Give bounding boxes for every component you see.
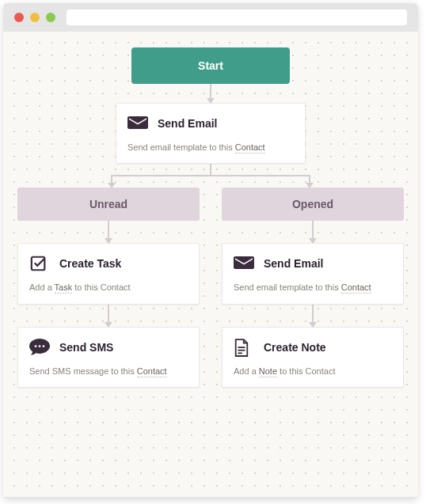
send-email-2-title: Send Email <box>264 257 323 270</box>
browser-titlebar <box>3 3 418 32</box>
address-bar[interactable] <box>67 9 407 25</box>
arrow-down-icon <box>108 305 109 327</box>
create-task-node[interactable]: Create Task Add a Task to this Contact <box>17 243 200 304</box>
create-note-node[interactable]: Create Note Add a Note to this Contact <box>222 327 404 388</box>
svg-point-3 <box>43 345 45 347</box>
send-email-2-desc: Send email template to this Contact <box>234 282 392 294</box>
create-task-desc: Add a Task to this Contact <box>29 282 188 294</box>
start-node[interactable]: Start <box>131 47 290 84</box>
create-note-desc: Add a Note to this Contact <box>234 366 392 377</box>
send-sms-desc: Send SMS message to this Contact <box>29 366 188 377</box>
arrow-down-icon <box>210 84 211 103</box>
send-email-node-2[interactable]: Send Email Send email template to this C… <box>222 243 404 304</box>
svg-point-1 <box>35 345 37 347</box>
svg-point-2 <box>39 345 41 347</box>
workflow-canvas: Start Send Email Send email template to … <box>3 32 418 497</box>
arrow-down-icon <box>108 221 109 243</box>
window-maximize-dot[interactable] <box>46 13 55 22</box>
envelope-icon <box>234 255 254 272</box>
send-email-desc: Send email template to this Contact <box>127 142 294 153</box>
branch-opened-label: Opened <box>292 198 333 210</box>
envelope-icon <box>127 115 148 132</box>
branch-opened[interactable]: Opened <box>222 188 404 221</box>
create-note-title: Create Note <box>264 341 326 354</box>
send-email-node[interactable]: Send Email Send email template to this C… <box>116 103 306 164</box>
branch-unread-label: Unread <box>89 198 127 210</box>
chat-bubble-icon <box>29 339 50 356</box>
branch-unread[interactable]: Unread <box>17 188 200 221</box>
checkbox-icon <box>29 255 50 272</box>
send-sms-node[interactable]: Send SMS Send SMS message to this Contac… <box>17 327 200 388</box>
create-task-title: Create Task <box>59 257 121 270</box>
browser-window: Start Send Email Send email template to … <box>3 3 418 498</box>
connector-split <box>17 164 404 188</box>
arrow-down-icon <box>312 221 314 243</box>
svg-rect-0 <box>32 257 45 271</box>
send-sms-title: Send SMS <box>59 341 113 354</box>
note-icon <box>234 339 254 356</box>
send-email-title: Send Email <box>158 117 217 130</box>
window-minimize-dot[interactable] <box>30 13 40 22</box>
start-label: Start <box>198 59 223 72</box>
window-close-dot[interactable] <box>14 13 24 22</box>
arrow-down-icon <box>312 305 314 327</box>
